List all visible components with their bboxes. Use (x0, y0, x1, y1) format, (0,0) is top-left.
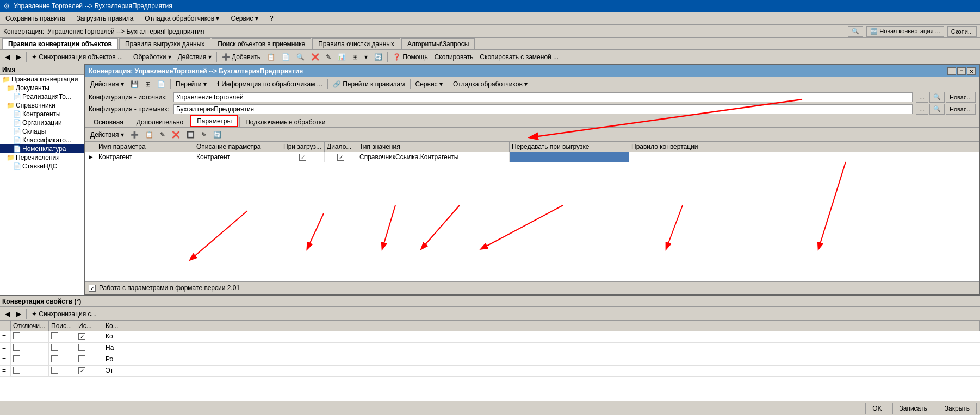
bottom-th-col2[interactable]: Поис... (49, 321, 76, 331)
params-tb-del[interactable]: ❌ (169, 129, 183, 141)
tab-clean[interactable]: Правила очистки данных (312, 38, 400, 49)
menu-item-debug[interactable]: Отладка обработчиков ▾ (141, 14, 222, 23)
tb-sync[interactable]: ✦ Синхронизация объектов ... (29, 51, 126, 63)
tb-help[interactable]: ❓ Помощь (390, 51, 431, 63)
bottom-tb-forward[interactable]: ▶ (14, 308, 24, 320)
chk-search[interactable] (51, 332, 58, 339)
tab-handlers[interactable]: Подключаемые обработки (239, 117, 331, 127)
tb-dropdown[interactable]: ▾ (362, 51, 370, 63)
th-send[interactable]: Передавать при выгрузке (510, 142, 629, 152)
tab-search[interactable]: Поиск объектов в приемнике (212, 38, 311, 49)
params-tb-actions[interactable]: Действия ▾ (88, 129, 127, 141)
th-name[interactable]: Имя параметра (96, 142, 194, 152)
menu-item-service[interactable]: Сервис ▾ (227, 14, 261, 23)
tb-edit[interactable]: ✎ (323, 51, 334, 63)
tree-item-root[interactable]: 📁 Правила конвертации (0, 75, 84, 84)
chk-disable[interactable] (13, 355, 20, 362)
chk-search[interactable] (51, 355, 58, 362)
tb-processing[interactable]: Обработки ▾ (131, 51, 174, 63)
tab-export[interactable]: Правила выгрузки данных (119, 38, 210, 49)
th-dialog[interactable]: Диало... (325, 142, 357, 152)
chk-source[interactable] (78, 333, 85, 340)
tb-forward[interactable]: ▶ (14, 51, 24, 63)
config-dest-new-btn[interactable]: Новая... (946, 104, 976, 115)
th-load[interactable]: При загруз... (281, 142, 325, 152)
bottom-row-4[interactable]: = Эт (0, 366, 980, 377)
inner-tb-info[interactable]: ℹ Информация по обработчикам ... (214, 78, 325, 90)
config-dest-dots-btn[interactable]: ... (916, 104, 928, 115)
tab-algo[interactable]: Алгоритмы\Запросы (401, 38, 475, 49)
config-dest-search-btn[interactable]: 🔍 (929, 104, 945, 115)
tree-item-docs[interactable]: 📁 Документы (0, 84, 84, 92)
menu-item-help[interactable]: ? (266, 14, 277, 23)
inner-tb-service[interactable]: Сервис ▾ (413, 78, 445, 90)
close-button[interactable]: Закрыть (938, 403, 977, 414)
inner-tb-goto-rules[interactable]: 🔗 Перейти к правилам (330, 78, 408, 90)
inner-tb-doc[interactable]: 📄 (154, 78, 168, 90)
tb-back[interactable]: ◀ (2, 51, 13, 63)
tb-copy-rule[interactable]: Скопировать (432, 51, 476, 63)
bottom-th-col1[interactable]: Отключи... (11, 321, 49, 331)
inner-maximize-btn[interactable]: □ (957, 67, 966, 75)
chk-dialog[interactable] (337, 154, 344, 161)
bottom-tb-sync[interactable]: ✦ Синхронизация с... (29, 308, 100, 320)
inner-tb-save[interactable]: 💾 (128, 78, 141, 90)
menu-item-save[interactable]: Сохранить правила (2, 14, 69, 23)
menu-item-load[interactable]: Загрузить правила (73, 14, 137, 23)
chk-search[interactable] (51, 367, 58, 374)
tree-item-orgs[interactable]: 📄 Организации (0, 118, 84, 127)
tb-table[interactable]: 📊 (335, 51, 349, 63)
inner-tb-debug[interactable]: Отладка обработчиков ▾ (450, 78, 530, 90)
config-source-new-btn[interactable]: Новая... (946, 92, 976, 103)
th-conv[interactable]: Правило конвертации (629, 142, 979, 152)
tb-doc[interactable]: 📄 (279, 51, 293, 63)
tb-add[interactable]: ➕ Добавить (219, 51, 263, 63)
tree-item-nomenclature[interactable]: 📄 Номенклатура (0, 144, 84, 153)
inner-tb-actions[interactable]: Действия ▾ (88, 78, 127, 90)
chk-disable[interactable] (13, 344, 20, 351)
config-source-dots-btn[interactable]: ... (916, 92, 928, 103)
inner-minimize-btn[interactable]: _ (947, 67, 956, 75)
chk-source[interactable] (78, 355, 85, 362)
bottom-row-2[interactable]: = На (0, 343, 980, 354)
tb-copy[interactable]: 📋 (264, 51, 278, 63)
bottom-th-col3[interactable]: Ис... (76, 321, 103, 331)
th-desc[interactable]: Описание параметра (194, 142, 281, 152)
chk-search[interactable] (51, 344, 58, 351)
inner-tb-grid[interactable]: ⊞ (142, 78, 153, 90)
tb-del[interactable]: ❌ (308, 51, 322, 63)
table-row[interactable]: ► Контрагент Контрагент СправочникСсылка… (85, 152, 979, 162)
tab-rules[interactable]: Правила конвертации объектов (2, 38, 118, 49)
config-source-input[interactable] (173, 92, 913, 102)
ok-button[interactable]: OK (865, 403, 889, 414)
tb-refresh[interactable]: 🔄 (371, 51, 385, 63)
bottom-tb-back[interactable]: ◀ (2, 308, 13, 320)
chk-version[interactable] (89, 285, 96, 292)
tree-item-vat[interactable]: 📄 СтавкиНДС (0, 162, 84, 171)
tab-additional[interactable]: Дополнительно (131, 117, 189, 127)
params-tb-add[interactable]: ➕ (128, 129, 141, 141)
tree-item-warehouses[interactable]: 📄 Склады (0, 127, 84, 136)
th-type[interactable]: Тип значения (357, 142, 510, 152)
params-tb-edit[interactable]: ✎ (157, 129, 168, 141)
config-source-search-btn[interactable]: 🔍 (929, 92, 945, 103)
params-tb-check[interactable]: 🔲 (184, 129, 197, 141)
chk-load[interactable] (299, 154, 306, 161)
inner-close-btn[interactable]: ✕ (967, 67, 976, 75)
tree-item-catalogs[interactable]: 📁 Справочники (0, 101, 84, 110)
chk-source[interactable] (78, 367, 85, 374)
params-tb-edit2[interactable]: ✎ (199, 129, 209, 141)
inner-tb-goto[interactable]: Перейти ▾ (173, 78, 209, 90)
tree-item-enums[interactable]: 📁 Перечисления (0, 153, 84, 162)
tree-item-contractors[interactable]: 📄 Контрагенты (0, 110, 84, 118)
params-tb-refresh[interactable]: 🔄 (210, 129, 224, 141)
tb-copy-replace[interactable]: Скопировать с заменой ... (477, 51, 561, 63)
tb-grid[interactable]: ⊞ (350, 51, 361, 63)
bottom-row-3[interactable]: = Ро (0, 354, 980, 366)
bottom-row-1[interactable]: = Ко (0, 331, 980, 343)
conversion-new-btn[interactable]: 🆕 Новая конвертация ... (866, 26, 944, 37)
conversion-copy-btn[interactable]: Скопи... (947, 26, 977, 37)
conversion-search-btn[interactable]: 🔍 (848, 26, 863, 37)
chk-disable[interactable] (13, 332, 20, 339)
tree-item-classifiers[interactable]: 📄 Классификато... (0, 136, 84, 144)
